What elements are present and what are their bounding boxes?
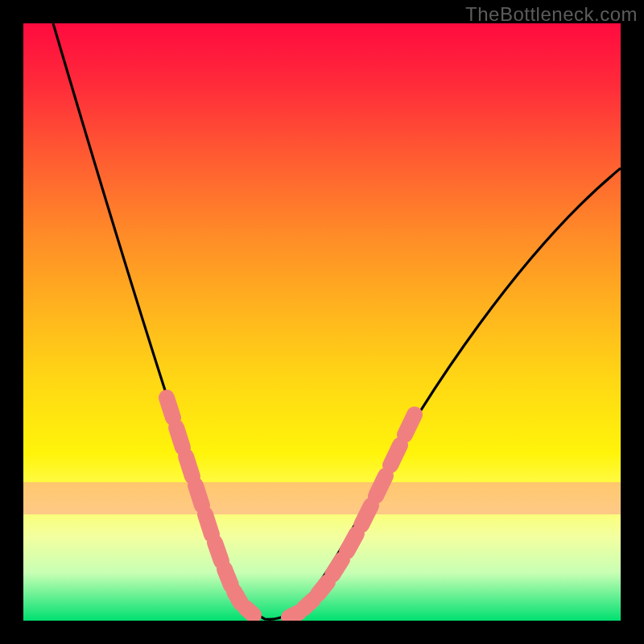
- svg-line-3: [196, 485, 202, 506]
- svg-line-0: [167, 398, 173, 418]
- svg-line-14: [361, 506, 371, 525]
- svg-line-2: [186, 456, 192, 477]
- svg-line-17: [405, 415, 415, 435]
- svg-line-11: [318, 582, 328, 594]
- svg-line-4: [205, 514, 212, 535]
- svg-line-15: [376, 476, 386, 496]
- curve-path: [53, 23, 621, 619]
- svg-line-16: [390, 445, 400, 465]
- svg-line-5: [215, 543, 221, 561]
- svg-line-7: [234, 592, 241, 603]
- svg-line-10: [303, 600, 313, 609]
- svg-line-1: [176, 427, 183, 448]
- svg-line-6: [225, 569, 231, 585]
- right-arm-highlights: [289, 415, 415, 617]
- left-arm-highlights: [167, 398, 254, 615]
- chart-plot-area: [23, 23, 621, 621]
- bottleneck-curve: [23, 23, 621, 621]
- svg-line-8: [246, 608, 254, 615]
- svg-line-13: [347, 534, 357, 551]
- watermark-text: TheBottleneck.com: [465, 3, 638, 26]
- svg-line-12: [332, 559, 342, 575]
